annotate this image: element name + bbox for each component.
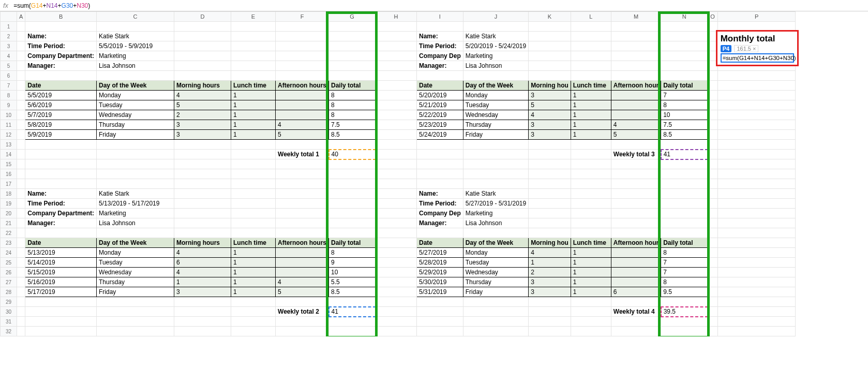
row-header-22[interactable]: 22 <box>1 228 17 238</box>
cell-A1[interactable] <box>17 22 25 32</box>
cell-A19[interactable] <box>17 199 25 209</box>
cell-C14[interactable] <box>97 150 174 159</box>
cell-A17[interactable] <box>17 179 25 189</box>
cell-G13[interactable] <box>329 140 376 150</box>
cell-K2[interactable] <box>529 32 571 41</box>
cell-F15[interactable] <box>276 159 329 169</box>
cell-E10[interactable]: 1 <box>231 110 276 120</box>
cell-I23[interactable]: Date <box>417 238 463 248</box>
cell-N14[interactable]: 41 <box>661 150 708 159</box>
cell-B23[interactable]: Date <box>25 238 97 248</box>
cell-L7[interactable]: Lunch time <box>571 81 611 91</box>
cell-C31[interactable] <box>97 317 174 327</box>
cell-G24[interactable]: 8 <box>329 248 376 258</box>
cell-B11[interactable]: 5/8/2019 <box>25 120 97 130</box>
cell-G11[interactable]: 7.5 <box>329 120 376 130</box>
cell-H1[interactable] <box>376 22 417 32</box>
cell-J1[interactable] <box>463 22 528 32</box>
cell-P21[interactable] <box>718 218 796 228</box>
cell-A6[interactable] <box>17 71 25 81</box>
cell-I28[interactable]: 5/31/2019 <box>417 287 463 297</box>
row-header-30[interactable]: 30 <box>1 307 17 317</box>
cell-J23[interactable]: Day of the Week <box>463 238 528 248</box>
row-header-13[interactable]: 13 <box>1 140 17 150</box>
cell-O23[interactable] <box>708 238 718 248</box>
cell-I6[interactable] <box>417 71 463 81</box>
cell-H17[interactable] <box>376 179 417 189</box>
cell-N7[interactable]: Daily total <box>661 81 708 91</box>
cell-J24[interactable]: Monday <box>463 248 528 258</box>
cell-B17[interactable] <box>25 179 97 189</box>
cell-G12[interactable]: 8.5 <box>329 130 376 140</box>
cell-L18[interactable] <box>571 189 611 199</box>
cell-N23[interactable]: Daily total <box>661 238 708 248</box>
cell-F27[interactable]: 4 <box>276 277 329 287</box>
cell-A13[interactable] <box>17 140 25 150</box>
cell-N32[interactable] <box>661 327 708 336</box>
cell-H16[interactable] <box>376 169 417 179</box>
cell-J26[interactable]: Wednesday <box>463 268 528 277</box>
cell-A24[interactable] <box>17 248 25 258</box>
row-header-21[interactable]: 21 <box>1 218 17 228</box>
col-header-P[interactable]: P <box>718 12 796 22</box>
cell-C32[interactable] <box>97 327 174 336</box>
col-header-E[interactable]: E <box>231 12 276 22</box>
row-header-29[interactable]: 29 <box>1 297 17 307</box>
cell-P29[interactable] <box>718 297 796 307</box>
cell-E29[interactable] <box>231 297 276 307</box>
cell-F24[interactable] <box>276 248 329 258</box>
cell-N12[interactable]: 8.5 <box>661 130 708 140</box>
cell-F16[interactable] <box>276 169 329 179</box>
cell-J27[interactable]: Thursday <box>463 277 528 287</box>
cell-H23[interactable] <box>376 238 417 248</box>
cell-M25[interactable] <box>611 258 661 268</box>
col-header-row[interactable] <box>1 12 17 22</box>
col-header-I[interactable]: I <box>417 12 463 22</box>
cell-B16[interactable] <box>25 169 97 179</box>
cell-P6[interactable] <box>718 71 796 81</box>
cell-L10[interactable]: 1 <box>571 110 611 120</box>
cell-B4[interactable]: Company Department: <box>25 51 97 61</box>
row-header-28[interactable]: 28 <box>1 287 17 297</box>
cell-O9[interactable] <box>708 100 718 110</box>
cell-K9[interactable]: 5 <box>529 100 571 110</box>
cell-E23[interactable]: Lunch time <box>231 238 276 248</box>
cell-D31[interactable] <box>174 317 231 327</box>
cell-N3[interactable] <box>661 41 708 51</box>
cell-L12[interactable]: 1 <box>571 130 611 140</box>
cell-G32[interactable] <box>329 327 376 336</box>
cell-J5[interactable]: Lisa Johnson <box>463 61 528 71</box>
row-header-16[interactable]: 16 <box>1 169 17 179</box>
cell-I4[interactable]: Company Dep <box>417 51 463 61</box>
cell-H5[interactable] <box>376 61 417 71</box>
cell-A22[interactable] <box>17 228 25 238</box>
cell-L20[interactable] <box>571 209 611 218</box>
cell-J25[interactable]: Tuesday <box>463 258 528 268</box>
cell-I19[interactable]: Time Period: <box>417 199 463 209</box>
cell-I13[interactable] <box>417 140 463 150</box>
cell-D32[interactable] <box>174 327 231 336</box>
cell-E19[interactable] <box>231 199 276 209</box>
cell-H9[interactable] <box>376 100 417 110</box>
cell-D9[interactable]: 5 <box>174 100 231 110</box>
cell-C17[interactable] <box>97 179 174 189</box>
cell-E25[interactable]: 1 <box>231 258 276 268</box>
cell-K8[interactable]: 3 <box>529 91 571 100</box>
cell-B31[interactable] <box>25 317 97 327</box>
cell-J19[interactable]: 5/27/2019 - 5/31/2019 <box>463 199 528 209</box>
cell-M27[interactable] <box>611 277 661 287</box>
cell-I12[interactable]: 5/24/2019 <box>417 130 463 140</box>
cell-P24[interactable] <box>718 248 796 258</box>
cell-M16[interactable] <box>611 169 661 179</box>
cell-D15[interactable] <box>174 159 231 169</box>
cell-O21[interactable] <box>708 218 718 228</box>
cell-C26[interactable]: Wednesday <box>97 268 174 277</box>
cell-L27[interactable]: 1 <box>571 277 611 287</box>
cell-O12[interactable] <box>708 130 718 140</box>
cell-D24[interactable]: 4 <box>174 248 231 258</box>
cell-K23[interactable]: Morning hou <box>529 238 571 248</box>
col-header-O[interactable]: O <box>708 12 718 22</box>
col-header-H[interactable]: H <box>376 12 417 22</box>
cell-F10[interactable] <box>276 110 329 120</box>
cell-L15[interactable] <box>571 159 611 169</box>
